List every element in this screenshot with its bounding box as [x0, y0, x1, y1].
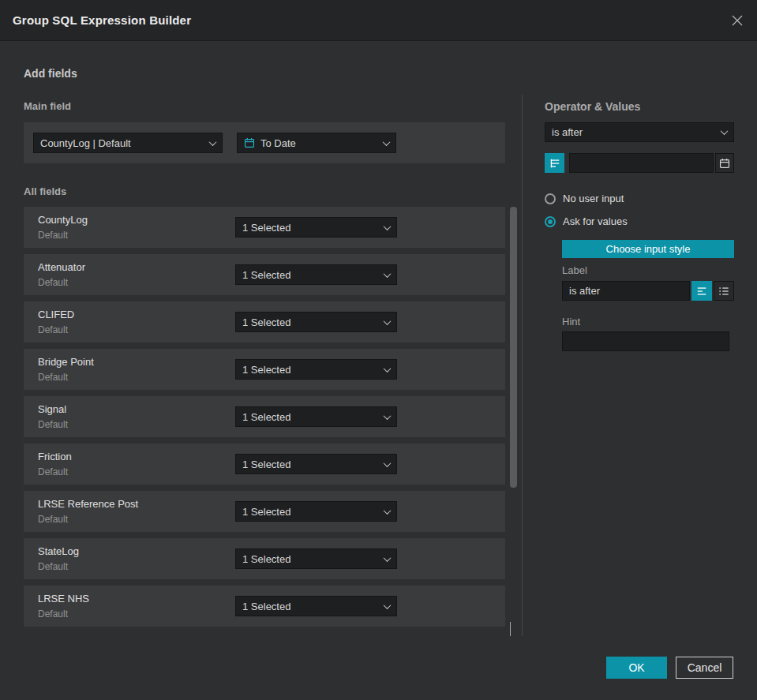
field-type: Default — [38, 324, 68, 335]
field-row: LRSE Reference Post Default 1 Selected — [24, 491, 505, 532]
main-field-panel: CountyLog | Default To Date — [24, 122, 505, 163]
field-row: Signal Default 1 Selected — [24, 396, 505, 437]
chevron-down-icon — [721, 127, 729, 135]
field-value-mode-button[interactable] — [545, 153, 564, 173]
add-fields-heading: Add fields — [24, 67, 77, 80]
field-name: StateLog — [38, 545, 79, 557]
chevron-down-icon — [384, 412, 392, 420]
chevron-down-icon — [384, 459, 392, 467]
field-name: Attenuator — [38, 261, 85, 273]
chevron-down-icon — [383, 138, 391, 146]
field-row: CLIFED Default 1 Selected — [24, 301, 505, 343]
field-selection-select[interactable]: 1 Selected — [235, 312, 397, 332]
chevron-down-icon — [384, 270, 392, 278]
field-selection-select[interactable]: 1 Selected — [235, 596, 397, 616]
field-name: Friction — [38, 451, 72, 462]
date-select-value: To Date — [260, 137, 378, 149]
dialog-title: Group SQL Expression Builder — [13, 13, 191, 27]
field-selection-select[interactable]: 1 Selected — [235, 406, 397, 427]
hint-input[interactable] — [562, 331, 729, 351]
field-selection-label: 1 Selected — [242, 506, 379, 518]
dialog-header: Group SQL Expression Builder — [0, 0, 757, 41]
label-input[interactable] — [562, 281, 690, 301]
field-selection-label: 1 Selected — [242, 459, 379, 470]
list-style-button[interactable] — [714, 281, 734, 301]
field-type: Default — [38, 419, 68, 430]
main-field-select-value: CountyLog | Default — [40, 137, 204, 149]
chevron-down-icon — [384, 223, 392, 230]
choose-input-style-button[interactable]: Choose input style — [562, 240, 734, 258]
field-row: CountyLog Default 1 Selected — [24, 207, 505, 248]
field-selection-select[interactable]: 1 Selected — [235, 454, 397, 474]
all-fields-list: CountyLog Default 1 Selected Attenuator … — [24, 207, 505, 633]
field-name: LRSE NHS — [38, 593, 89, 605]
chevron-down-icon — [384, 365, 392, 372]
fields-scrollbar[interactable] — [510, 207, 517, 620]
chevron-down-icon — [384, 554, 392, 562]
field-type: Default — [38, 608, 68, 620]
list-icon — [718, 286, 729, 297]
calendar-icon — [244, 137, 255, 148]
chevron-down-icon — [209, 138, 217, 146]
field-selection-select[interactable]: 1 Selected — [235, 501, 397, 522]
operator-select[interactable]: is after — [545, 122, 734, 142]
field-selection-select[interactable]: 1 Selected — [235, 217, 397, 238]
align-left-icon — [696, 286, 707, 297]
scroll-down-arrow[interactable] — [509, 622, 518, 631]
date-field-select[interactable]: To Date — [237, 133, 396, 153]
operator-select-value: is after — [552, 126, 716, 138]
field-row: LRSE NHS Default 1 Selected — [24, 586, 505, 627]
field-row: Bridge Point Default 1 Selected — [24, 349, 505, 390]
field-type: Default — [38, 372, 68, 383]
calendar-icon — [719, 158, 730, 169]
radio-checked-icon — [545, 216, 556, 227]
cancel-button[interactable]: Cancel — [676, 657, 733, 679]
field-name: LRSE Reference Post — [38, 498, 138, 510]
field-selection-select[interactable]: 1 Selected — [235, 264, 397, 285]
scrollbar-thumb[interactable] — [510, 207, 517, 488]
field-name: Signal — [38, 403, 66, 415]
no-user-input-label: No user input — [563, 193, 624, 204]
date-picker-button[interactable] — [715, 153, 734, 173]
close-button[interactable] — [729, 12, 746, 29]
single-line-style-button[interactable] — [691, 281, 712, 301]
ask-for-values-label: Ask for values — [563, 215, 628, 227]
field-name: CountyLog — [38, 214, 88, 226]
field-name: Bridge Point — [38, 356, 94, 368]
field-type: Default — [38, 561, 68, 572]
field-name: CLIFED — [38, 309, 74, 320]
vertical-divider — [522, 95, 523, 636]
close-icon — [731, 14, 744, 27]
field-selection-label: 1 Selected — [242, 411, 379, 423]
hint-field-label: Hint — [562, 316, 580, 328]
ok-button[interactable]: OK — [606, 657, 667, 679]
chevron-down-icon — [384, 317, 392, 325]
field-selection-label: 1 Selected — [242, 601, 379, 612]
chevron-down-icon — [384, 601, 392, 609]
operator-values-heading: Operator & Values — [545, 100, 640, 113]
label-field-label: Label — [562, 264, 587, 276]
field-type: Default — [38, 277, 68, 288]
all-fields-label: All fields — [24, 185, 66, 197]
ask-for-values-radio[interactable]: Ask for values — [545, 215, 628, 227]
field-type: Default — [38, 230, 68, 241]
main-field-label: Main field — [24, 100, 71, 112]
field-selection-label: 1 Selected — [242, 222, 379, 234]
value-input[interactable] — [569, 153, 714, 173]
field-selection-label: 1 Selected — [242, 269, 379, 281]
main-field-select[interactable]: CountyLog | Default — [33, 133, 223, 153]
field-selection-label: 1 Selected — [242, 553, 379, 565]
field-selection-select[interactable]: 1 Selected — [235, 548, 397, 569]
field-row: Attenuator Default 1 Selected — [24, 254, 505, 295]
field-type: Default — [38, 466, 68, 477]
group-sql-expression-builder-dialog: Group SQL Expression Builder Add fields … — [0, 0, 757, 700]
chevron-down-icon — [510, 622, 511, 636]
field-selection-label: 1 Selected — [242, 316, 379, 328]
field-selection-label: 1 Selected — [242, 364, 379, 376]
field-row: StateLog Default 1 Selected — [24, 538, 505, 579]
field-selection-select[interactable]: 1 Selected — [235, 359, 397, 380]
field-row: Friction Default 1 Selected — [24, 444, 505, 485]
field-lines-icon — [549, 158, 560, 169]
no-user-input-radio[interactable]: No user input — [545, 193, 624, 204]
chevron-down-icon — [384, 507, 392, 515]
